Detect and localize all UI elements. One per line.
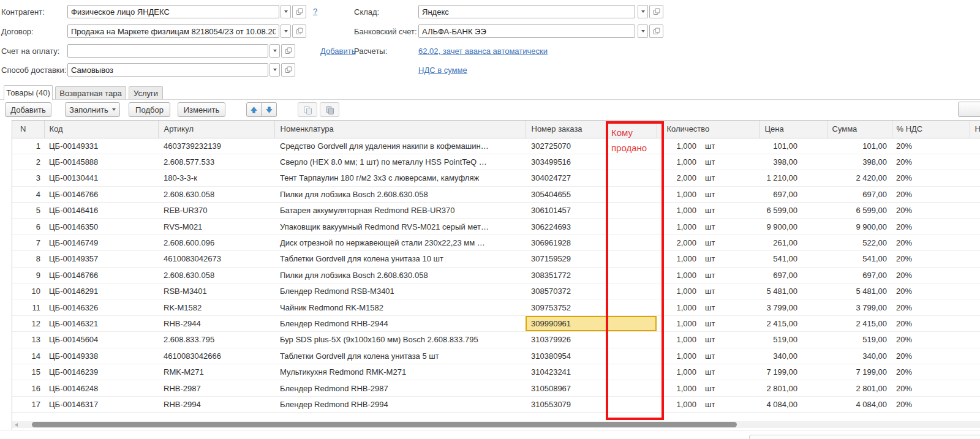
cell-spacer[interactable]	[802, 138, 827, 154]
cell-unit[interactable]: шт	[701, 170, 760, 186]
column-header-price[interactable]: Цена	[760, 121, 802, 138]
cell-spacer[interactable]	[802, 332, 827, 348]
cell-n[interactable]: 2	[12, 154, 44, 170]
cell-spacer[interactable]	[802, 364, 827, 380]
cell-sum[interactable]: 9 900,00	[827, 219, 892, 235]
cell-price[interactable]: 101,00	[760, 138, 802, 154]
cell-last[interactable]	[970, 267, 980, 283]
sklad-open-button[interactable]	[649, 5, 663, 18]
cell-name[interactable]: Упаковщик вакуумный Redmond RVS-M021 сер…	[274, 219, 526, 235]
invoice-open-button[interactable]	[281, 44, 295, 58]
cell-vat[interactable]: 20%	[892, 138, 970, 154]
cell-spacer[interactable]	[802, 267, 827, 283]
cell-last[interactable]	[970, 251, 980, 267]
bank-account-open-button[interactable]	[649, 24, 663, 38]
cell-last[interactable]	[970, 186, 980, 202]
column-header-article[interactable]: Артикул	[158, 121, 274, 138]
cell-last[interactable]	[970, 219, 980, 235]
cell-price[interactable]: 4 084,00	[760, 396, 802, 412]
table-row[interactable]: 12ЦБ-00146321RHB-2944Блендер Redmond RHB…	[12, 315, 980, 331]
cell-name[interactable]: Средство Gordvell для удаления накипи в …	[274, 138, 526, 154]
move-up-button[interactable]	[246, 102, 262, 117]
cell-vat[interactable]: 20%	[892, 396, 970, 412]
cell-price[interactable]: 519,00	[760, 332, 802, 348]
copy-rows-button[interactable]	[298, 102, 317, 117]
cell-sum[interactable]: 4 084,00	[827, 396, 892, 412]
cell-price[interactable]: 9 900,00	[760, 219, 802, 235]
cell-spacer[interactable]	[802, 396, 827, 412]
cell-name[interactable]: Таблетки Gordvell для колена унитаза 10 …	[274, 251, 526, 267]
invoice-add-link[interactable]: Добавить	[320, 47, 355, 56]
cell-price[interactable]: 697,00	[760, 186, 802, 202]
cell-name[interactable]: Блендер Redmond RSB-M3401	[274, 283, 526, 299]
cell-sum[interactable]: 340,00	[827, 348, 892, 364]
cell-code[interactable]: ЦБ-00149331	[44, 138, 158, 154]
cell-code[interactable]: ЦБ-00145604	[44, 332, 158, 348]
cell-sum[interactable]: 6 599,00	[827, 203, 892, 219]
cell-vat[interactable]: 20%	[892, 267, 970, 283]
cell-code[interactable]: ЦБ-00146317	[44, 396, 158, 412]
cell-name[interactable]: Мультикухня Redmond RMK-M271	[274, 364, 526, 380]
cell-price[interactable]: 6 599,00	[760, 203, 802, 219]
sklad-input[interactable]	[418, 5, 635, 18]
cell-article[interactable]: RHB-2994	[158, 396, 274, 412]
cell-price[interactable]: 541,00	[760, 251, 802, 267]
cell-vat[interactable]: 20%	[892, 315, 970, 331]
tab-tovary[interactable]: Товары (40)	[4, 85, 53, 100]
delivery-method-input[interactable]	[67, 63, 268, 77]
cell-n[interactable]: 5	[12, 203, 44, 219]
cell-vat[interactable]: 20%	[892, 186, 970, 202]
cell-unit[interactable]: шт	[701, 283, 760, 299]
cell-article[interactable]: 4603739232139	[158, 138, 274, 154]
cell-last[interactable]	[970, 154, 980, 170]
table-row[interactable]: 1ЦБ-001493314603739232139Средство Gordve…	[12, 138, 980, 154]
cell-n[interactable]: 1	[12, 138, 44, 154]
cell-vat[interactable]: 20%	[892, 332, 970, 348]
cell-n[interactable]: 16	[12, 380, 44, 396]
cell-article[interactable]: REB-UR370	[158, 203, 274, 219]
cell-price[interactable]: 3 799,00	[760, 299, 802, 315]
delivery-open-button[interactable]	[281, 63, 295, 77]
add-row-button[interactable]: Добавить	[5, 102, 51, 117]
pick-button[interactable]: Подбор	[129, 102, 170, 117]
cell-code[interactable]: ЦБ-00146749	[44, 235, 158, 250]
cell-article[interactable]: 2.608.630.058	[158, 267, 274, 283]
cell-unit[interactable]: шт	[701, 380, 760, 396]
cell-n[interactable]: 8	[12, 251, 44, 267]
cell-unit[interactable]: шт	[701, 186, 760, 202]
cell-name[interactable]: Блендер Redmond RHB-2994	[274, 396, 526, 412]
cell-sum[interactable]: 398,00	[827, 154, 892, 170]
cell-last[interactable]	[970, 348, 980, 364]
cell-vat[interactable]: 20%	[892, 203, 970, 219]
fill-button[interactable]: Заполнить	[65, 102, 120, 117]
cell-name[interactable]: Диск отрезной по нержавеющей стали 230х2…	[274, 235, 526, 250]
cell-last[interactable]	[970, 170, 980, 186]
cell-sum[interactable]: 101,00	[827, 138, 892, 154]
cell-last[interactable]	[970, 396, 980, 412]
dogovor-open-button[interactable]	[292, 24, 306, 38]
cell-spacer[interactable]	[802, 380, 827, 396]
cell-sum[interactable]: 541,00	[827, 251, 892, 267]
cell-price[interactable]: 1 210,00	[760, 170, 802, 186]
cell-sum[interactable]: 2 415,00	[827, 315, 892, 331]
cell-price[interactable]: 2 801,00	[760, 380, 802, 396]
cell-article[interactable]: RHB-2987	[158, 380, 274, 396]
table-row[interactable]: 9ЦБ-001467662.608.630.058Пилки для лобзи…	[12, 267, 980, 283]
cell-sum[interactable]: 519,00	[827, 332, 892, 348]
table-row[interactable]: 11ЦБ-00146326RK-M1582Чайник Redmond RK-M…	[12, 299, 980, 315]
cell-n[interactable]: 17	[12, 396, 44, 412]
kontragent-dropdown-button[interactable]	[281, 5, 291, 18]
cell-spacer[interactable]	[802, 283, 827, 299]
table-row[interactable]: 3ЦБ-00130441180-3-3-кТент Тарпаулин 180 …	[12, 170, 980, 186]
cell-unit[interactable]: шт	[701, 267, 760, 283]
cell-name[interactable]: Блендер Redmond RHB-2987	[274, 380, 526, 396]
table-row[interactable]: 10ЦБ-00146291RSB-M3401Блендер Redmond RS…	[12, 283, 980, 299]
raschety-link[interactable]: 62.02, зачет аванса автоматически	[418, 47, 548, 56]
cell-article[interactable]: RMK-M271	[158, 364, 274, 380]
table-row[interactable]: 14ЦБ-001493384610083042666Таблетки Gordv…	[12, 348, 980, 364]
cell-code[interactable]: ЦБ-00149357	[44, 251, 158, 267]
cell-price[interactable]: 7 199,00	[760, 364, 802, 380]
cell-vat[interactable]: 20%	[892, 170, 970, 186]
cell-article[interactable]: 2.608.833.795	[158, 332, 274, 348]
scroll-left-icon[interactable]	[15, 423, 18, 427]
